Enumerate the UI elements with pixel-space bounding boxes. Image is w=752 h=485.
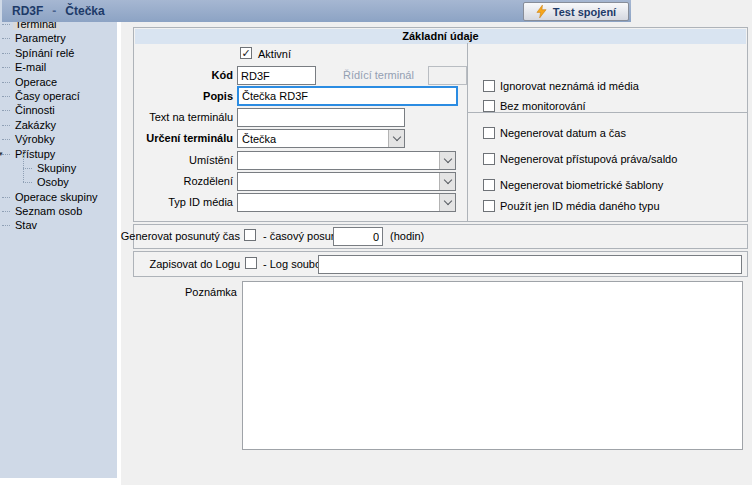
checkbox-row[interactable]: Negenerovat datum a čas (483, 126, 626, 139)
posun-input[interactable] (333, 227, 383, 246)
urceni-terminal-label: Určení terminálu (100, 129, 233, 148)
posun-unit-label: (hodin) (390, 227, 424, 246)
log-label: Zapisovat do Logu (110, 255, 240, 274)
checkbox-label: Negenerovat biometrické šablony (500, 179, 663, 191)
checkbox-label: Bez monitorování (500, 100, 586, 112)
chevron-down-icon[interactable] (439, 194, 455, 211)
chevron-down-icon[interactable] (439, 173, 455, 190)
posun-label: Generovat posunutý čas (110, 227, 240, 246)
test-connection-button[interactable]: Test spojení (523, 2, 629, 21)
sidebar-item-label: Osoby (35, 176, 71, 188)
sidebar-item-label: Seznam osob (13, 205, 84, 217)
urceni-terminal-value: Čtečka (238, 133, 388, 145)
typ-id-media-select[interactable] (237, 193, 456, 212)
urceni-terminal-select[interactable]: Čtečka (237, 129, 405, 148)
chevron-down-icon[interactable] (388, 130, 404, 147)
rozdeleni-label: Rozdělení (100, 172, 233, 191)
text-terminal-input[interactable] (237, 108, 405, 127)
sidebar-item[interactable]: Spínání relé (0, 46, 117, 60)
sidebar-item-label: Časy operací (13, 90, 82, 102)
log-file-input[interactable] (318, 255, 742, 274)
checkbox-group-divider (468, 112, 748, 113)
checkbox[interactable] (483, 153, 495, 165)
checkbox[interactable] (483, 179, 495, 191)
app-window: Terminál Parametry Spínání relé E-mail O… (0, 0, 752, 485)
terminal-name: Čtečka (65, 4, 104, 18)
log-field-label: - Log soubor (263, 255, 325, 274)
test-connection-label: Test spojení (553, 6, 616, 18)
checkbox-label: Negenerovat datum a čas (500, 127, 626, 139)
checkbox-log[interactable] (245, 257, 257, 269)
ridici-terminal-label: Řídící terminál (343, 66, 427, 85)
checkbox[interactable] (483, 80, 495, 92)
rozdeleni-select[interactable] (237, 172, 456, 191)
checkbox-label: Ignorovat neznámá id média (500, 80, 639, 92)
sidebar-item-label: Stav (13, 219, 39, 231)
checkbox-aktivni[interactable]: ✓ (240, 47, 252, 59)
checkbox[interactable] (483, 127, 495, 139)
checkbox-label: Použít jen ID média daného typu (500, 200, 660, 212)
sidebar-item-label: E-mail (13, 61, 48, 73)
sidebar-item-label: Operace (13, 76, 59, 88)
sidebar-item-label: Zakázky (13, 119, 58, 131)
checkbox-row[interactable]: Bez monitorování (483, 99, 586, 112)
checkbox-label: Negenerovat přístupová práva/saldo (500, 153, 677, 165)
sidebar-item[interactable]: Parametry (0, 31, 117, 45)
section-title: Základní údaje (135, 29, 746, 44)
kod-input[interactable] (237, 66, 316, 85)
checkbox-row[interactable]: Negenerovat biometrické šablony (483, 178, 663, 191)
sidebar-item-label: Spínání relé (13, 47, 76, 59)
kod-label: Kód (100, 66, 233, 85)
lightning-icon (536, 5, 547, 18)
terminal-code: RD3F (12, 4, 43, 18)
checkbox[interactable] (483, 200, 495, 212)
checkbox[interactable] (483, 100, 495, 112)
typ-id-media-label: Typ ID média (100, 193, 233, 212)
sidebar-item-label: Výrobky (13, 133, 57, 145)
checkbox-row[interactable]: Negenerovat přístupová práva/saldo (483, 152, 677, 165)
sidebar-item-label: Přístupy (13, 148, 57, 160)
popis-input[interactable] (237, 86, 458, 106)
sidebar-item[interactable]: Stav (0, 218, 117, 232)
poznamka-textarea[interactable] (242, 281, 743, 450)
umisteni-select[interactable] (237, 151, 456, 170)
sidebar-item-label: Parametry (13, 32, 68, 44)
title-separator: - (52, 4, 56, 18)
poznamka-label: Poznámka (133, 283, 237, 302)
chevron-down-icon[interactable] (439, 152, 455, 169)
aktivni-label: Aktivní (258, 45, 291, 64)
sidebar-item-label: Skupiny (35, 162, 78, 174)
umisteni-label: Umístění (100, 151, 233, 170)
text-terminal-label: Text na terminálu (100, 108, 233, 127)
ridici-terminal-input (428, 66, 467, 85)
checkbox-row[interactable]: Ignorovat neznámá id média (483, 79, 639, 92)
checkbox-row[interactable]: Použít jen ID média daného typu (483, 199, 660, 212)
popis-label: Popis (100, 87, 233, 106)
vertical-divider (467, 43, 468, 221)
sidebar-item-label: Činnosti (13, 104, 57, 116)
posun-field-label: - časový posun (263, 227, 337, 246)
checkbox-posun[interactable] (244, 229, 256, 241)
title-bar: RD3F - Čtečka Test spojení (2, 0, 631, 22)
sidebar-item-label: Operace skupiny (13, 191, 100, 203)
